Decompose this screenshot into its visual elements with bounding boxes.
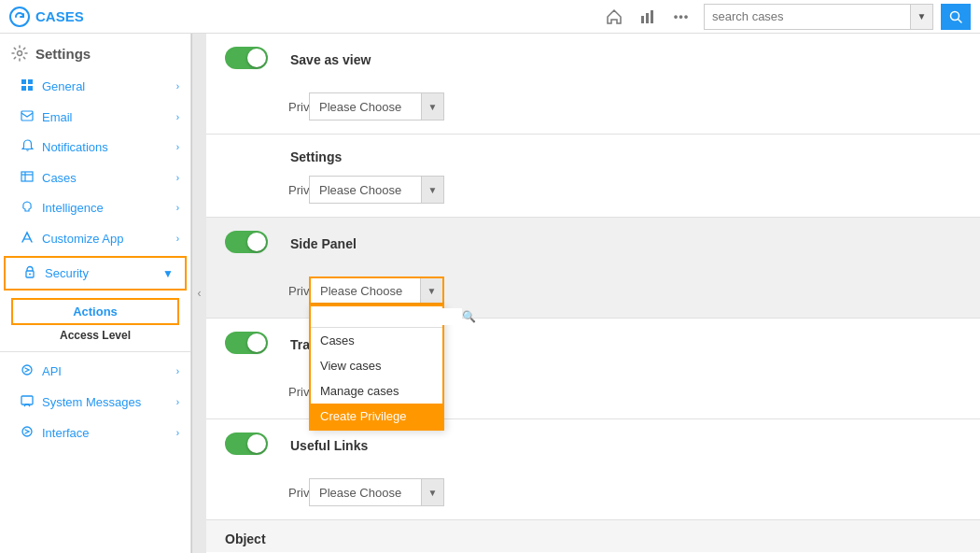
actions-section: Actions Access Level: [0, 292, 190, 347]
svg-rect-10: [28, 86, 33, 91]
save-as-view-privilege-label: Privilege: [225, 100, 290, 114]
settings-privilege-label: Privilege: [225, 183, 290, 197]
useful-links-select-arrow: ▼: [421, 479, 443, 505]
svg-rect-9: [21, 86, 26, 91]
svg-rect-3: [651, 10, 653, 23]
search-button[interactable]: [941, 4, 971, 30]
side-panel-toggle[interactable]: [225, 231, 268, 253]
more-button[interactable]: •••: [666, 4, 696, 30]
useful-links-toggle[interactable]: [225, 432, 268, 455]
intelligence-chevron-icon: ›: [176, 203, 179, 213]
settings-privilege-select[interactable]: Please Choose ▼: [309, 176, 444, 204]
object-title: Object: [225, 532, 961, 546]
notifications-chevron-icon: ›: [176, 142, 179, 152]
sidebar-notifications-label: Notifications: [42, 140, 108, 154]
side-panel-select-arrow: ▼: [420, 278, 442, 303]
settings-privilege-row: Privilege Please Choose ▼: [206, 168, 980, 217]
access-level-label: Access Level: [11, 329, 179, 342]
dropdown-item-manage-cases[interactable]: Manage cases: [311, 378, 442, 404]
side-panel-title: Side Panel: [290, 236, 357, 251]
sidebar-item-system-messages[interactable]: System Messages ›: [0, 387, 190, 418]
settings-section: Settings Privilege Please Choose ▼: [206, 135, 980, 218]
search-icon: [949, 10, 962, 23]
side-panel-dropdown-container: Please Choose ▼ 🔍 Cases View cases Manag…: [309, 276, 444, 305]
dropdown-item-create-privilege[interactable]: Create Privilege: [311, 404, 442, 429]
sidebar-divider-1: [0, 351, 190, 352]
side-panel-dropdown-panel: 🔍 Cases View cases Manage cases Create P…: [309, 305, 444, 431]
settings-select-arrow: ▼: [421, 177, 443, 203]
useful-links-privilege-label: Privilege: [225, 486, 290, 500]
svg-rect-7: [21, 79, 26, 84]
save-as-view-select-arrow: ▼: [421, 93, 443, 120]
settings-header: Settings: [0, 34, 190, 71]
main-content: Save as view Privilege Please Choose ▼ S…: [206, 34, 980, 553]
email-icon: [20, 109, 35, 124]
save-as-view-toggle[interactable]: [225, 47, 268, 69]
api-chevron-icon: ›: [176, 366, 179, 376]
svg-rect-19: [21, 396, 33, 404]
search-input[interactable]: [705, 9, 910, 23]
search-dropdown-button[interactable]: ▼: [910, 5, 932, 29]
home-icon: [606, 8, 623, 25]
actions-button[interactable]: Actions: [11, 298, 179, 325]
svg-rect-11: [21, 111, 33, 121]
save-as-view-privilege-value: Please Choose: [310, 100, 421, 114]
sidebar-item-customize-app[interactable]: Customize App ›: [0, 223, 190, 254]
side-panel-toggle-wrap: [225, 231, 272, 256]
cases-chevron-icon: ›: [176, 173, 179, 183]
general-chevron-icon: ›: [176, 81, 179, 92]
sidebar-security-label: Security: [45, 266, 89, 280]
save-as-view-title: Save as view: [290, 52, 371, 67]
email-chevron-icon: ›: [176, 112, 179, 122]
logo-icon: [9, 7, 30, 27]
svg-point-6: [18, 51, 22, 56]
svg-point-17: [29, 274, 31, 276]
dropdown-item-view-cases[interactable]: View cases: [311, 353, 442, 378]
settings-gear-icon: [11, 45, 28, 62]
dropdown-search-icon: 🔍: [462, 310, 476, 323]
customize-app-chevron-icon: ›: [176, 234, 179, 244]
save-as-view-privilege-row: Privilege Please Choose ▼: [206, 85, 980, 134]
trash-toggle[interactable]: [225, 332, 268, 354]
intelligence-icon: [20, 200, 35, 216]
sidebar: Settings General › Email ›: [0, 34, 191, 553]
system-messages-chevron-icon: ›: [176, 397, 179, 407]
save-as-view-row: Save as view: [206, 34, 980, 85]
sidebar-item-interface[interactable]: Interface ›: [0, 418, 190, 448]
sidebar-cases-label: Cases: [42, 171, 77, 185]
sidebar-collapse-handle[interactable]: ‹: [191, 34, 206, 553]
useful-links-title: Useful Links: [290, 438, 368, 453]
side-panel-privilege-row: Privilege Please Choose ▼ 🔍 Cases View c…: [206, 269, 980, 318]
sidebar-item-api[interactable]: API ›: [0, 356, 190, 387]
save-as-view-toggle-wrap: [225, 47, 272, 72]
sidebar-item-general[interactable]: General ›: [0, 71, 190, 102]
svg-rect-12: [21, 172, 33, 181]
sidebar-item-email[interactable]: Email ›: [0, 102, 190, 132]
home-button[interactable]: [599, 4, 629, 30]
side-panel-privilege-label: Privilege: [225, 284, 290, 298]
trash-toggle-wrap: [225, 332, 272, 357]
more-icon: •••: [674, 9, 690, 23]
sidebar-item-notifications[interactable]: Notifications ›: [0, 132, 190, 163]
sidebar-api-label: API: [42, 364, 62, 378]
search-container: ▼: [704, 4, 933, 30]
sidebar-item-cases[interactable]: Cases ›: [0, 163, 190, 192]
settings-label: Settings: [35, 46, 91, 62]
dropdown-search-input[interactable]: [315, 308, 462, 325]
sidebar-interface-label: Interface: [42, 426, 90, 440]
side-panel-privilege-select[interactable]: Please Choose ▼: [309, 276, 444, 305]
dropdown-item-cases[interactable]: Cases: [311, 328, 442, 353]
sidebar-item-security[interactable]: Security ▼: [4, 256, 187, 291]
useful-links-privilege-select[interactable]: Please Choose ▼: [309, 478, 444, 506]
chart-icon: [639, 8, 656, 25]
sidebar-item-intelligence[interactable]: Intelligence ›: [0, 192, 190, 223]
topbar: CASES ••• ▼: [0, 0, 980, 34]
save-as-view-privilege-select[interactable]: Please Choose ▼: [309, 92, 444, 121]
trash-privilege-label: Privilege: [225, 385, 290, 399]
chart-button[interactable]: [633, 4, 663, 30]
useful-links-privilege-value: Please Choose: [310, 486, 421, 500]
svg-rect-1: [641, 16, 644, 23]
actions-label: Actions: [73, 305, 118, 319]
side-panel-row: Side Panel: [206, 218, 980, 269]
sidebar-intelligence-label: Intelligence: [42, 201, 104, 215]
